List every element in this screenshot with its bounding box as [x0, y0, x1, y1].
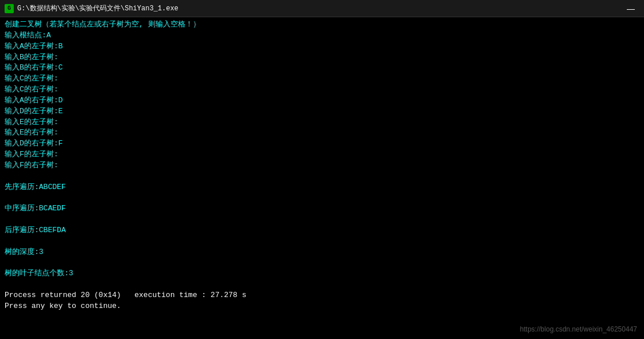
- console-line: 树的叶子结点个数:3: [5, 268, 639, 279]
- console-line: 树的深度:3: [5, 247, 639, 258]
- console-line: 输入E的左子树:: [5, 117, 639, 128]
- console-output: 创建二叉树（若某个结点左或右子树为空, 则输入空格！）输入根结点:A输入A的左子…: [0, 17, 644, 339]
- console-line: 输入B的左子树:: [5, 52, 639, 63]
- console-line: 输入D的右子树:F: [5, 138, 639, 149]
- console-window: G G:\数据结构\实验\实验代码文件\ShiYan3_1.exe — 创建二叉…: [0, 0, 644, 339]
- title-bar-text: G:\数据结构\实验\实验代码文件\ShiYan3_1.exe: [17, 3, 622, 13]
- console-line: 输入E的右子树:: [5, 128, 639, 138]
- console-line: 输入根结点:A: [5, 30, 639, 41]
- console-line: 先序遍历:ABCDEF: [5, 182, 639, 193]
- console-line: 创建二叉树（若某个结点左或右子树为空, 则输入空格！）: [5, 20, 639, 30]
- console-lines-container: 创建二叉树（若某个结点左或右子树为空, 则输入空格！）输入根结点:A输入A的左子…: [5, 20, 639, 312]
- console-line: [5, 193, 639, 204]
- console-line: 输入C的右子树:: [5, 84, 639, 95]
- title-bar-controls: —: [622, 3, 639, 14]
- console-line: Press any key to continue.: [5, 301, 639, 312]
- console-line: 输入C的左子树:: [5, 74, 639, 84]
- console-line: [5, 279, 639, 290]
- console-line: [5, 258, 639, 269]
- console-line: 输入B的右子树:C: [5, 63, 639, 74]
- minimize-button[interactable]: —: [622, 3, 639, 14]
- console-line: [5, 214, 639, 225]
- console-line: 中序遍历:BCAEDF: [5, 203, 639, 214]
- console-line: 输入F的左子树:: [5, 149, 639, 160]
- title-bar: G G:\数据结构\实验\实验代码文件\ShiYan3_1.exe —: [0, 0, 644, 17]
- console-line: 输入A的左子树:B: [5, 41, 639, 52]
- console-line: 后序遍历:CBEFDA: [5, 225, 639, 236]
- console-line: [5, 171, 639, 182]
- console-line: [5, 236, 639, 247]
- console-line: 输入F的右子树:: [5, 160, 639, 171]
- watermark-text: https://blog.csdn.net/weixin_46250447: [520, 325, 637, 333]
- app-icon: G: [5, 4, 14, 13]
- console-line: 输入D的左子树:E: [5, 106, 639, 117]
- console-line: 输入A的右子树:D: [5, 95, 639, 106]
- console-line: Process returned 20 (0x14) execution tim…: [5, 290, 639, 301]
